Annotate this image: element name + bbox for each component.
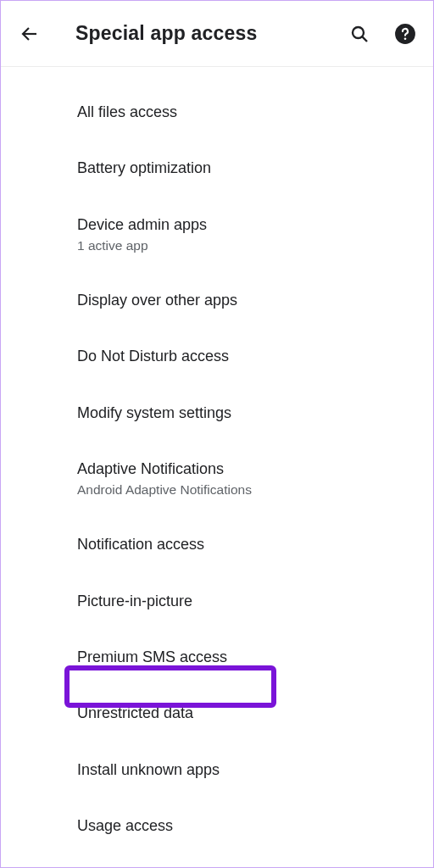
item-picture-in-picture[interactable]: Picture-in-picture — [77, 573, 416, 629]
item-sublabel: 1 active app — [77, 237, 416, 254]
item-do-not-disturb-access[interactable]: Do Not Disturb access — [77, 328, 416, 384]
item-label: Do Not Disturb access — [77, 346, 416, 366]
item-label: Display over other apps — [77, 290, 416, 310]
item-label: Picture-in-picture — [77, 591, 416, 611]
item-label: Device admin apps — [77, 214, 416, 235]
item-usage-access[interactable]: Usage access — [77, 798, 416, 854]
app-header: Special app access — [1, 1, 433, 67]
item-display-over-other-apps[interactable]: Display over other apps — [77, 272, 416, 328]
item-label: Unrestricted data — [77, 703, 416, 723]
item-label: Premium SMS access — [77, 647, 416, 667]
settings-list: All files access Battery optimization De… — [1, 67, 433, 854]
item-sublabel: Android Adaptive Notifications — [77, 481, 416, 498]
svg-point-4 — [404, 37, 407, 40]
item-label: Adaptive Notifications — [77, 459, 416, 479]
item-notification-access[interactable]: Notification access — [77, 516, 416, 572]
item-premium-sms-access[interactable]: Premium SMS access — [77, 629, 416, 685]
header-actions — [348, 23, 416, 45]
item-label: Modify system settings — [77, 403, 416, 423]
search-icon — [349, 24, 370, 44]
help-button[interactable] — [394, 23, 416, 45]
svg-line-2 — [362, 36, 367, 42]
item-label: Usage access — [77, 815, 416, 836]
back-button[interactable] — [18, 22, 42, 46]
item-label: Install unknown apps — [77, 760, 416, 780]
item-label: Battery optimization — [77, 158, 416, 178]
item-device-admin-apps[interactable]: Device admin apps 1 active app — [77, 197, 416, 272]
item-modify-system-settings[interactable]: Modify system settings — [77, 385, 416, 441]
back-arrow-icon — [19, 24, 40, 44]
item-install-unknown-apps[interactable]: Install unknown apps — [77, 742, 416, 798]
help-icon — [394, 23, 416, 45]
item-unrestricted-data[interactable]: Unrestricted data — [77, 685, 416, 741]
search-button[interactable] — [348, 23, 370, 45]
item-battery-optimization[interactable]: Battery optimization — [77, 140, 416, 196]
item-label: Notification access — [77, 534, 416, 554]
item-all-files-access[interactable]: All files access — [77, 84, 416, 140]
item-adaptive-notifications[interactable]: Adaptive Notifications Android Adaptive … — [77, 441, 416, 516]
page-title: Special app access — [75, 22, 348, 45]
item-label: All files access — [77, 102, 416, 122]
svg-point-1 — [353, 27, 364, 38]
